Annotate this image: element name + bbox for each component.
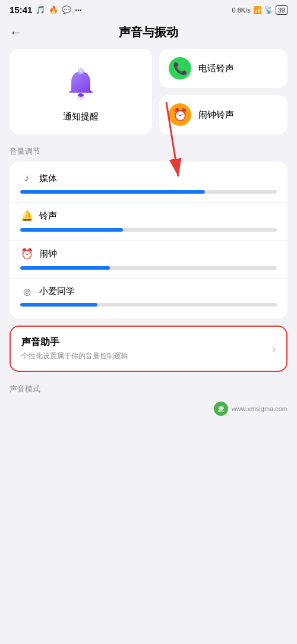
notification-label: 通知提醒 [63,111,99,122]
media-slider-track[interactable] [20,190,277,194]
assistant-text: 声音助手 个性化设置属于你的音量控制逻辑 [21,336,267,361]
top-cards: 通知提醒 📞 电话铃声 ⏰ 闹钟铃声 [0,49,297,146]
dots-icon: ··· [75,5,81,14]
ringtone-slider-fill [20,228,123,232]
fire-icon: 🔥 [49,5,58,14]
alarm-icon: ⏰ [169,103,191,126]
ringtone-icon: 🔔 [20,210,33,222]
svg-text:麦: 麦 [218,406,225,412]
volume-xiaoai-item: ◎ 小爱同学 [10,278,287,315]
notification-card[interactable]: 通知提醒 [10,49,152,134]
volume-media-item: ♪ 媒体 [10,165,287,202]
volume-ringtone-header: 🔔 铃声 [20,210,277,222]
status-time: 15:41 🎵 🔥 💬 ··· [10,5,81,15]
media-slider-fill [20,190,205,194]
ringtone-slider-track[interactable] [20,228,277,232]
speed-indicator: 0.8K/s [232,7,251,14]
mode-label: 声音模式 [0,379,297,397]
notification-bell-svg [63,67,99,102]
alarm-slider-track[interactable] [20,266,277,270]
back-button[interactable]: ← [10,25,23,40]
media-icon: ♪ [20,172,33,184]
chevron-right-icon: › [272,343,276,355]
alarm-label: 闹钟铃声 [198,109,234,121]
media-label: 媒体 [39,173,57,184]
assistant-title: 声音助手 [21,336,267,349]
page-title: 声音与振动 [119,24,178,40]
watermark-logo: 麦 [214,402,228,416]
signal-icon: 📶 [253,6,262,14]
xiaoai-slider-fill [20,303,97,307]
alarm-ringtone-card[interactable]: ⏰ 闹钟铃声 [159,95,287,134]
page-header: ← 声音与振动 [0,18,297,49]
assistant-section: 声音助手 个性化设置属于你的音量控制逻辑 › [10,326,287,372]
xiaoai-icon: ◎ [20,286,33,297]
alarm-vol-icon: ⏰ [20,248,33,260]
ringtone-label: 铃声 [39,210,57,222]
status-icons: 0.8K/s 📶 📡 39 [232,5,287,15]
bell-icon [60,64,102,105]
svg-point-2 [78,93,84,97]
wifi-icon: 📡 [264,6,273,14]
time: 15:41 [10,5,32,15]
assistant-card[interactable]: 声音助手 个性化设置属于你的音量控制逻辑 › [10,326,287,372]
volume-section-label: 音量调节 [0,146,297,162]
status-bar: 15:41 🎵 🔥 💬 ··· 0.8K/s 📶 📡 39 [0,0,297,18]
volume-ringtone-item: 🔔 铃声 [10,202,287,240]
tiktok-icon: 🎵 [36,5,45,14]
phone-ringtone-card[interactable]: 📞 电话铃声 [159,49,287,88]
assistant-desc: 个性化设置属于你的音量控制逻辑 [21,351,267,361]
watermark-site: www.xmsigma.com [232,405,287,412]
battery-icon: 39 [276,5,287,15]
volume-alarm-header: ⏰ 闹钟 [20,248,277,260]
svg-point-3 [79,69,83,72]
phone-label: 电话铃声 [198,63,234,74]
xiaoai-slider-track[interactable] [20,303,277,307]
alarm-slider-fill [20,266,110,270]
right-cards: 📞 电话铃声 ⏰ 闹钟铃声 [159,49,287,134]
xiaoai-label: 小爱同学 [39,286,75,297]
volume-alarm-item: ⏰ 闹钟 [10,240,287,278]
volume-media-header: ♪ 媒体 [20,172,277,184]
watermark: 麦 www.xmsigma.com [0,397,297,418]
volume-xiaoai-header: ◎ 小爱同学 [20,286,277,297]
volume-section: ♪ 媒体 🔔 铃声 ⏰ 闹钟 ◎ 小爱同学 [10,162,287,318]
alarm-vol-label: 闹钟 [39,248,57,260]
phone-icon: 📞 [169,57,191,80]
wechat-icon: 💬 [62,5,71,14]
